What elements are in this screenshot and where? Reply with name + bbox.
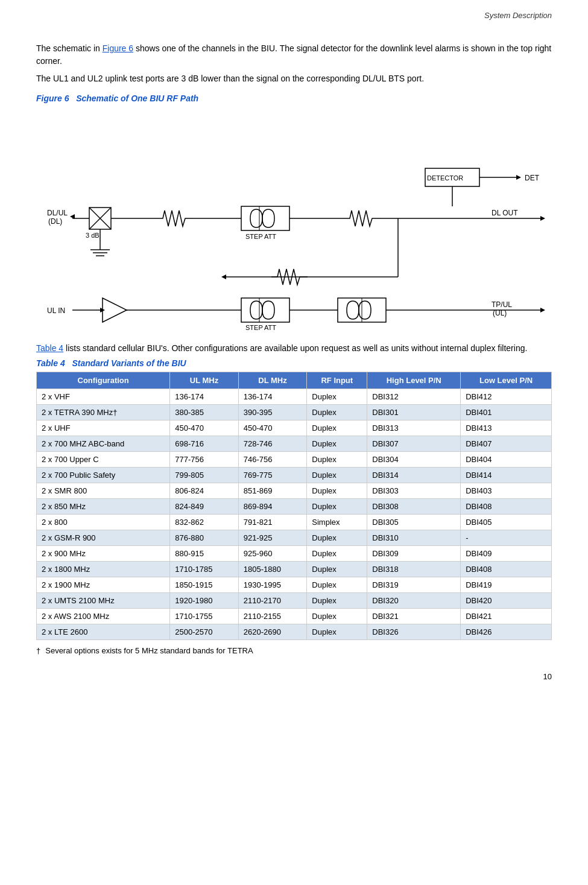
table-cell: 2 x 700 Upper C <box>37 452 170 468</box>
col-header-high-level-pn: High Level P/N <box>367 372 461 389</box>
table-cell: Duplex <box>307 530 367 546</box>
table-cell: DBI404 <box>461 452 552 468</box>
table-cell: Duplex <box>307 452 367 468</box>
table-cell: Simplex <box>307 515 367 530</box>
svg-text:STEP ATT: STEP ATT <box>245 233 276 240</box>
table-cell: 1805-1880 <box>238 562 307 577</box>
table-cell: DBI326 <box>367 624 461 640</box>
table-title: Table 4 Standard Variants of the BIU <box>36 358 552 368</box>
table-cell: 728-746 <box>238 436 307 452</box>
table-row: 2 x LTE 26002500-25702620-2690DuplexDBI3… <box>37 624 552 640</box>
table-cell: DBI407 <box>461 436 552 452</box>
table-cell: 876-880 <box>170 530 239 546</box>
table-cell: Duplex <box>307 609 367 624</box>
table-cell: Duplex <box>307 420 367 436</box>
svg-text:(UL): (UL) <box>493 309 507 317</box>
table-cell: Duplex <box>307 546 367 562</box>
svg-text:(DL): (DL) <box>48 217 62 226</box>
table-cell: Duplex <box>307 483 367 499</box>
table-cell: DBI408 <box>461 499 552 515</box>
table-row: 2 x UHF450-470450-470DuplexDBI313DBI413 <box>37 420 552 436</box>
table-row: 2 x GSM-R 900876-880921-925DuplexDBI310- <box>37 530 552 546</box>
table-cell: DBI321 <box>367 609 461 624</box>
table-row: 2 x TETRA 390 MHz†380-385390-395DuplexDB… <box>37 405 552 420</box>
table-cell: DBI426 <box>461 624 552 640</box>
svg-text:UL IN: UL IN <box>47 306 65 315</box>
table-row: 2 x 900 MHz880-915925-960DuplexDBI309DBI… <box>37 546 552 562</box>
table-cell: 2 x 700 MHZ ABC-band <box>37 436 170 452</box>
table-cell: 2 x SMR 800 <box>37 483 170 499</box>
table-cell: 2 x LTE 2600 <box>37 624 170 640</box>
table-reference-text: Table 4 lists standard cellular BIU's. O… <box>36 342 552 355</box>
svg-marker-19 <box>540 216 545 221</box>
schematic-diagram: DL/UL (DL) 3 dB <box>36 108 552 331</box>
table-cell: 450-470 <box>170 420 239 436</box>
figure-title: Figure 6 Schematic of One BIU RF Path <box>36 94 552 103</box>
col-header-low-level-pn: Low Level P/N <box>461 372 552 389</box>
table-cell: DBI307 <box>367 436 461 452</box>
table-row: 2 x 700 Upper C777-756746-756DuplexDBI30… <box>37 452 552 468</box>
table-cell: 2 x UMTS 2100 MHz <box>37 593 170 609</box>
svg-text:DL/UL: DL/UL <box>47 209 68 217</box>
table-cell: DBI309 <box>367 546 461 562</box>
intro-paragraph-2: The UL1 and UL2 uplink test ports are 3 … <box>36 72 552 85</box>
table-cell: 136-174 <box>170 389 239 405</box>
table-cell: DBI409 <box>461 546 552 562</box>
table-cell: 380-385 <box>170 405 239 420</box>
table-row: 2 x 700 MHZ ABC-band698-716728-746Duplex… <box>37 436 552 452</box>
table-cell: Duplex <box>307 389 367 405</box>
table-cell: DBI413 <box>461 420 552 436</box>
table-row: 2 x 1900 MHz1850-19151930-1995DuplexDBI3… <box>37 577 552 593</box>
table-cell: 2 x 900 MHz <box>37 546 170 562</box>
table-cell: DBI305 <box>367 515 461 530</box>
col-header-ul-mhz: UL MHz <box>170 372 239 389</box>
col-header-rf-input: RF Input <box>307 372 367 389</box>
table-cell: 450-470 <box>238 420 307 436</box>
table-cell: 136-174 <box>238 389 307 405</box>
table-cell: 746-756 <box>238 452 307 468</box>
svg-marker-25 <box>516 175 521 180</box>
table-cell: Duplex <box>307 624 367 640</box>
table-cell: 2 x 1900 MHz <box>37 577 170 593</box>
table-cell: DBI421 <box>461 609 552 624</box>
table-cell: 824-849 <box>170 499 239 515</box>
svg-text:TP/UL: TP/UL <box>492 300 512 309</box>
table-cell: 2 x TETRA 390 MHz† <box>37 405 170 420</box>
svg-text:STEP ATT: STEP ATT <box>245 324 276 331</box>
figure-6-link[interactable]: Figure 6 <box>103 43 133 53</box>
table-cell: Duplex <box>307 405 367 420</box>
table-4-link[interactable]: Table 4 <box>36 343 63 353</box>
table-cell: 869-894 <box>238 499 307 515</box>
table-cell: 777-756 <box>170 452 239 468</box>
table-row: 2 x AWS 2100 MHz1710-17552110-2155Duplex… <box>37 609 552 624</box>
table-row: 2 x 800832-862791-821SimplexDBI305DBI405 <box>37 515 552 530</box>
table-row: 2 x VHF136-174136-174DuplexDBI312DBI412 <box>37 389 552 405</box>
table-cell: DBI303 <box>367 483 461 499</box>
table-row: 2 x UMTS 2100 MHz1920-19802110-2170Duple… <box>37 593 552 609</box>
table-cell: Duplex <box>307 593 367 609</box>
svg-text:DET: DET <box>525 174 540 182</box>
table-cell: 1920-1980 <box>170 593 239 609</box>
table-cell: 1710-1785 <box>170 562 239 577</box>
table-row: 2 x 1800 MHz1710-17851805-1880DuplexDBI3… <box>37 562 552 577</box>
col-header-configuration: Configuration <box>37 372 170 389</box>
table-cell: 390-395 <box>238 405 307 420</box>
table-cell: 2 x AWS 2100 MHz <box>37 609 170 624</box>
svg-marker-33 <box>103 298 127 322</box>
table-cell: Duplex <box>307 468 367 483</box>
table-cell: DBI304 <box>367 452 461 468</box>
table-cell: DBI319 <box>367 577 461 593</box>
table-cell: DBI412 <box>461 389 552 405</box>
table-cell: DBI419 <box>461 577 552 593</box>
table-cell: 769-775 <box>238 468 307 483</box>
table-cell: 2110-2155 <box>238 609 307 624</box>
table-footnote: † Several options exists for 5 MHz stand… <box>36 645 552 657</box>
table-cell: DBI403 <box>461 483 552 499</box>
table-row: 2 x 850 MHz824-849869-894DuplexDBI308DBI… <box>37 499 552 515</box>
table-cell: 698-716 <box>170 436 239 452</box>
table-cell: 1930-1995 <box>238 577 307 593</box>
table-cell: 2 x 1800 MHz <box>37 562 170 577</box>
table-cell: Duplex <box>307 562 367 577</box>
table-cell: DBI301 <box>367 405 461 420</box>
table-cell: 921-925 <box>238 530 307 546</box>
